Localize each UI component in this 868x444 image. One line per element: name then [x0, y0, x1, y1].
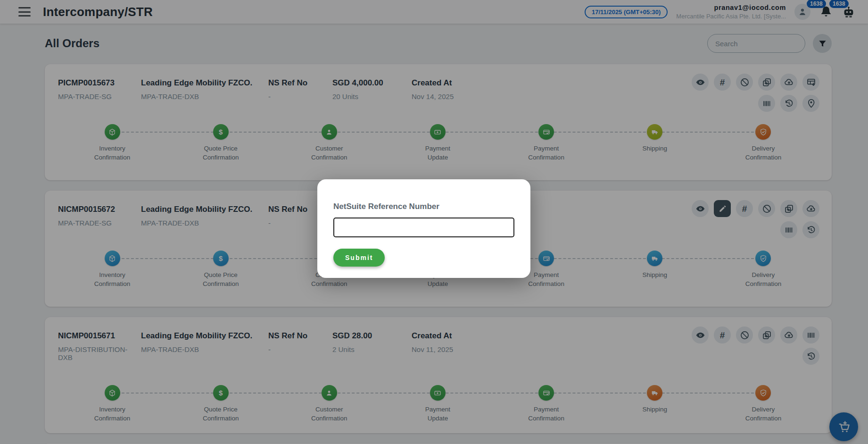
app-root: Intercompany/STR 17/11/2025 (GMT+05:30) … — [0, 0, 868, 444]
netsuite-reference-input[interactable] — [333, 218, 514, 237]
netsuite-reference-modal: NetSuite Reference Number Submit — [317, 179, 530, 278]
netsuite-reference-label: NetSuite Reference Number — [333, 202, 514, 211]
submit-button[interactable]: Submit — [333, 249, 385, 267]
